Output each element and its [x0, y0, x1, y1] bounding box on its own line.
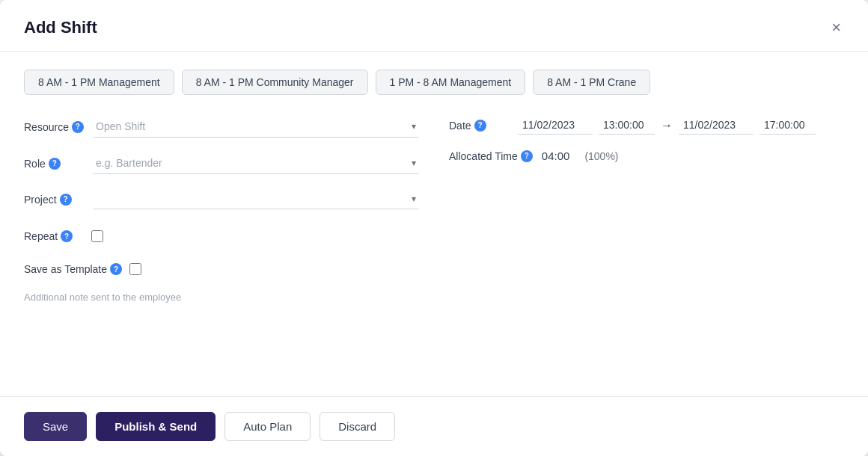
form-left: Resource ? Open Shift ▾ Role ? e.g. [24, 116, 419, 304]
time-end[interactable]: 17:00:00 [760, 116, 816, 135]
publish-send-button[interactable]: Publish & Send [96, 412, 216, 441]
role-value: e.g. Bartender [96, 157, 162, 169]
resource-value: Open Shift [96, 120, 145, 132]
modal-body: 8 AM - 1 PM Management 8 AM - 1 PM Commu… [0, 52, 868, 378]
save-template-label: Save as Template ? [24, 263, 122, 275]
close-icon: × [831, 18, 841, 37]
modal-header: Add Shift × [0, 0, 868, 52]
save-template-help-icon[interactable]: ? [110, 263, 122, 275]
preset-tab-1[interactable]: 8 AM - 1 PM Community Manager [182, 70, 368, 95]
project-dropdown-icon: ▾ [412, 194, 416, 204]
role-dropdown-icon: ▾ [412, 158, 416, 168]
repeat-row: Repeat ? [24, 230, 419, 242]
date-end[interactable]: 11/02/2023 [679, 116, 754, 135]
preset-tab-2[interactable]: 1 PM - 8 AM Management [376, 70, 526, 95]
add-shift-modal: Add Shift × 8 AM - 1 PM Management 8 AM … [0, 0, 868, 456]
save-button[interactable]: Save [24, 412, 87, 441]
resource-help-icon[interactable]: ? [72, 121, 84, 133]
allocated-pct-value: (100%) [584, 150, 618, 162]
allocated-time-value: 04:00 [542, 150, 570, 162]
allocated-time-label: Allocated Time ? [449, 150, 533, 162]
role-row: Role ? e.g. Bartender ▾ [24, 152, 419, 174]
form-right: Date ? 11/02/2023 13:00:00 → 11/02/2023 … [449, 116, 844, 304]
preset-tab-3[interactable]: 8 AM - 1 PM Crane [533, 70, 650, 95]
project-label: Project ? [24, 194, 84, 206]
date-label: Date ? [449, 120, 509, 132]
project-help-icon[interactable]: ? [60, 194, 72, 206]
form-grid: Resource ? Open Shift ▾ Role ? e.g. [24, 116, 844, 304]
resource-select[interactable]: Open Shift ▾ [93, 116, 419, 138]
close-button[interactable]: × [828, 16, 844, 39]
resource-dropdown-icon: ▾ [412, 121, 416, 132]
note-row: Additional note sent to the employee [24, 290, 419, 304]
date-arrow-icon: → [661, 119, 673, 132]
repeat-label: Repeat ? [24, 230, 84, 242]
date-help-icon[interactable]: ? [474, 120, 486, 132]
date-start[interactable]: 11/02/2023 [518, 116, 593, 135]
modal-footer: Save Publish & Send Auto Plan Discard [0, 396, 868, 456]
note-text: Additional note sent to the employee [24, 292, 181, 303]
repeat-help-icon[interactable]: ? [61, 230, 73, 242]
project-row: Project ? ▾ [24, 189, 419, 209]
resource-row: Resource ? Open Shift ▾ [24, 116, 419, 138]
role-help-icon[interactable]: ? [49, 158, 61, 170]
time-start[interactable]: 13:00:00 [599, 116, 655, 135]
allocated-help-icon[interactable]: ? [521, 150, 533, 162]
date-fields: 11/02/2023 13:00:00 → 11/02/2023 17:00:0… [518, 116, 816, 135]
date-row: Date ? 11/02/2023 13:00:00 → 11/02/2023 … [449, 116, 844, 135]
repeat-checkbox[interactable] [91, 230, 103, 242]
project-select[interactable]: ▾ [93, 189, 419, 209]
allocated-time-row: Allocated Time ? 04:00 (100%) [449, 150, 844, 162]
modal-title: Add Shift [24, 18, 97, 37]
role-select[interactable]: e.g. Bartender ▾ [93, 152, 419, 174]
preset-tab-0[interactable]: 8 AM - 1 PM Management [24, 70, 174, 95]
discard-button[interactable]: Discard [320, 412, 395, 441]
save-template-row: Save as Template ? [24, 263, 419, 275]
resource-label: Resource ? [24, 121, 84, 133]
auto-plan-button[interactable]: Auto Plan [224, 412, 311, 441]
save-template-checkbox[interactable] [129, 263, 141, 275]
preset-tabs: 8 AM - 1 PM Management 8 AM - 1 PM Commu… [24, 70, 844, 95]
allocated-values: 04:00 (100%) [542, 150, 619, 162]
role-label: Role ? [24, 158, 84, 170]
